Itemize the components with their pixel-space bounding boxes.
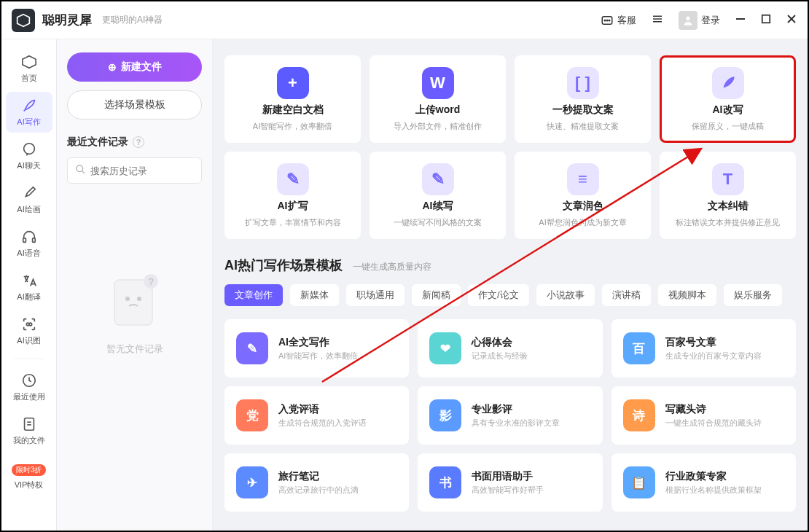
tab[interactable]: 视频脚本 (658, 284, 716, 306)
template-card[interactable]: 百 百家号文章 生成专业的百家号文章内容 (611, 319, 796, 378)
sidebar-item-ai-translate[interactable]: AI翻译 (6, 267, 52, 308)
svg-marker-13 (22, 56, 35, 69)
tab[interactable]: 演讲稿 (602, 284, 651, 306)
svg-point-3 (606, 20, 608, 21)
sidebar-item-home[interactable]: 首页 (6, 48, 52, 89)
template-card[interactable]: ❤ 心得体会 记录成长与经验 (418, 319, 602, 378)
sidebar-item-my-files[interactable]: 我的文件 (6, 410, 52, 451)
template-subtitle: 具有专业水准的影评文章 (472, 418, 560, 429)
template-title: 心得体会 (472, 336, 528, 349)
section-title: AI热门写作场景模板 (224, 257, 343, 274)
feature-subtitle: 扩写文章，丰富情节和内容 (239, 217, 347, 228)
sidebar-item-recent[interactable]: 最近使用 (6, 367, 52, 407)
file-icon (20, 415, 38, 433)
svg-line-24 (82, 171, 85, 173)
template-card[interactable]: ✎ AI全文写作 AI智能写作，效率翻倍 (224, 319, 409, 378)
feature-card[interactable]: AI改写 保留原义，一键成稿 (660, 55, 796, 143)
app-subtitle: 更聪明的AI神器 (102, 14, 163, 26)
template-title: 入党评语 (278, 403, 367, 416)
feature-card[interactable]: T 文本纠错 标注错误文本并提供修正意见 (660, 152, 796, 239)
sidebar-item-ai-image[interactable]: AI识图 (6, 310, 52, 351)
feature-title: AI扩写 (278, 200, 308, 213)
tab[interactable]: 职场通用 (346, 284, 404, 306)
feature-title: AI改写 (713, 103, 743, 117)
feature-card[interactable]: ≡ 文章润色 AI帮您润色为成为新文章 (515, 152, 651, 239)
template-card[interactable]: 影 专业影评 具有专业水准的影评文章 (418, 386, 602, 445)
sidebar-item-label: AI写作 (17, 117, 40, 128)
app-logo-icon (12, 9, 35, 32)
feature-subtitle: 标注错误文本并提供修正意见 (670, 217, 786, 228)
feature-card[interactable]: ✎ AI扩写 扩写文章，丰富情节和内容 (224, 152, 361, 239)
close-icon[interactable] (786, 13, 797, 28)
feature-title: 上传word (415, 103, 460, 117)
clock-icon (20, 372, 38, 389)
template-grid: ✎ AI全文写作 AI智能写作，效率翻倍 ❤ 心得体会 记录成长与经验 百 百家… (224, 319, 796, 512)
tab[interactable]: 新闻稿 (412, 284, 461, 306)
headphone-icon (20, 228, 38, 246)
service-label: 客服 (617, 14, 636, 27)
svg-rect-15 (23, 238, 26, 243)
tab[interactable]: 作文/论文 (468, 284, 529, 306)
tab[interactable]: 文章创作 (224, 284, 283, 306)
search-input[interactable] (90, 165, 213, 176)
app-name: 聪明灵犀 (42, 12, 92, 28)
feature-card[interactable]: + 新建空白文档 AI智能写作，效率翻倍 (224, 55, 361, 143)
sidebar-item-ai-write[interactable]: AI写作 (6, 92, 52, 133)
template-title: 百家号文章 (665, 336, 762, 349)
search-icon (75, 164, 86, 178)
feature-icon: ✎ (277, 163, 309, 195)
template-subtitle: 一键生成符合规范的藏头诗 (665, 418, 762, 429)
template-card[interactable]: 书 书面用语助手 高效智能写作好帮手 (418, 453, 602, 512)
empty-illustration-icon: ? (98, 264, 171, 337)
sidebar-item-vip[interactable]: 限时3折 VIP特权 (6, 457, 52, 498)
svg-text:?: ? (148, 276, 153, 287)
svg-marker-0 (17, 14, 30, 26)
svg-point-23 (77, 165, 83, 171)
tab[interactable]: 小说故事 (536, 284, 595, 306)
sidebar-item-ai-voice[interactable]: AI语音 (6, 223, 52, 264)
template-card[interactable]: 党 入党评语 生成符合规范的入党评语 (224, 386, 409, 445)
maximize-icon[interactable] (761, 14, 771, 27)
template-title: 专业影评 (472, 403, 560, 416)
tab[interactable]: 新媒体 (290, 284, 339, 306)
section-header: AI热门写作场景模板 一键生成高质量内容 (224, 257, 796, 274)
svg-point-8 (686, 16, 689, 20)
feature-card[interactable]: ✎ AI续写 一键续写不同风格的文案 (370, 152, 506, 239)
feature-subtitle: 保留原义，一键成稿 (686, 121, 770, 132)
feature-card[interactable]: [ ] 一秒提取文案 快速、精准提取文案 (515, 55, 651, 143)
vip-badge: 限时3折 (12, 464, 47, 476)
template-icon: 诗 (623, 399, 655, 431)
tabs: 文章创作新媒体职场通用新闻稿作文/论文小说故事演讲稿视频脚本娱乐服务 (224, 284, 796, 306)
template-subtitle: 高效记录旅行中的点滴 (278, 485, 359, 496)
scene-template-button[interactable]: 选择场景模板 (67, 90, 202, 120)
divider (15, 359, 44, 359)
svg-point-18 (29, 323, 32, 326)
content: + 新建空白文档 AI智能写作，效率翻倍 W 上传word 导入外部文件，精准创… (213, 39, 808, 531)
template-icon: ❤ (429, 332, 461, 364)
feature-icon: + (277, 67, 309, 99)
feature-card[interactable]: W 上传word 导入外部文件，精准创作 (370, 55, 506, 143)
new-file-button[interactable]: ⊕ 新建文件 (67, 52, 202, 82)
template-card[interactable]: 诗 写藏头诗 一键生成符合规范的藏头诗 (611, 386, 796, 445)
template-card[interactable]: 📋 行业政策专家 根据行业名称提供政策框架 (611, 453, 796, 512)
svg-point-4 (609, 20, 610, 21)
sidebar: 首页 AI写作 AI聊天 AI绘画 AI语音 AI翻译 AI识图 最 (1, 39, 57, 531)
sidebar-item-ai-chat[interactable]: AI聊天 (6, 136, 52, 176)
login-button[interactable]: 登录 (679, 11, 720, 30)
help-icon[interactable]: ? (133, 136, 144, 148)
menu-icon[interactable] (651, 12, 664, 28)
template-title: 写藏头诗 (665, 403, 762, 416)
service-button[interactable]: 客服 (601, 14, 636, 27)
template-icon: ✎ (236, 332, 268, 364)
recent-files-header: 最近文件记录 ? (67, 136, 202, 149)
tab[interactable]: 娱乐服务 (724, 284, 782, 306)
scene-template-label: 选择场景模板 (104, 98, 165, 110)
template-card[interactable]: ✈ 旅行笔记 高效记录旅行中的点滴 (224, 453, 409, 512)
login-label: 登录 (701, 14, 720, 27)
sidebar-item-ai-paint[interactable]: AI绘画 (6, 179, 52, 220)
search-box[interactable] (67, 157, 202, 184)
feature-subtitle: 导入外部文件，精准创作 (388, 121, 488, 132)
recent-files-label: 最近文件记录 (67, 136, 128, 149)
minimize-icon[interactable] (735, 13, 746, 28)
home-icon (20, 53, 38, 71)
